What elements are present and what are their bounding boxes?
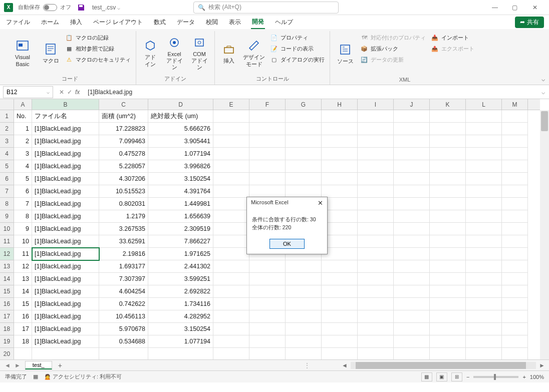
cell[interactable]: 9 (14, 223, 32, 235)
row-header[interactable]: 12 (0, 248, 14, 260)
cell[interactable] (430, 123, 466, 135)
cell[interactable]: 14 (14, 285, 32, 298)
cell[interactable] (322, 160, 358, 173)
cell[interactable] (213, 123, 249, 135)
cell[interactable]: [1]BlackLead.jpg (32, 223, 99, 235)
tab-review[interactable]: 校閲 (205, 16, 219, 29)
cell[interactable] (358, 273, 394, 285)
share-button[interactable]: ➦ 共有 (515, 17, 544, 28)
addins-button[interactable]: アド イン (140, 32, 160, 74)
cell[interactable]: 絶対最大長 (um) (148, 110, 213, 123)
cell[interactable] (502, 273, 528, 285)
cell[interactable] (430, 323, 466, 335)
cell[interactable] (466, 348, 502, 359)
column-header[interactable]: J (394, 99, 430, 110)
cell[interactable] (249, 348, 286, 359)
cell[interactable] (286, 335, 322, 348)
tab-developer[interactable]: 開発 (251, 16, 265, 29)
cell[interactable] (430, 223, 466, 235)
cell[interactable]: 3.150254 (148, 173, 213, 185)
cell[interactable] (358, 185, 394, 198)
cell[interactable]: 4.391764 (148, 185, 213, 198)
row-header[interactable]: 8 (0, 198, 14, 210)
cell[interactable] (502, 235, 528, 248)
cell[interactable] (213, 173, 249, 185)
cell[interactable] (322, 298, 358, 310)
cell[interactable] (322, 260, 358, 273)
cell[interactable] (358, 235, 394, 248)
row-header[interactable]: 20 (0, 348, 14, 359)
cell[interactable] (322, 123, 358, 135)
cell[interactable] (213, 260, 249, 273)
cell[interactable] (358, 123, 394, 135)
cell[interactable] (394, 198, 430, 210)
cell[interactable]: 6 (14, 185, 32, 198)
cell[interactable] (394, 323, 430, 335)
sheet-tab[interactable]: test_ (25, 361, 52, 369)
run-dialog-button[interactable]: ▢ダイアログの実行 (269, 55, 326, 64)
cell[interactable] (249, 335, 286, 348)
vertical-scrollbar[interactable] (540, 110, 549, 359)
cell[interactable] (394, 273, 430, 285)
cell[interactable] (286, 148, 322, 160)
cell[interactable]: [1]BlackLead.jpg (32, 185, 99, 198)
cell[interactable] (466, 260, 502, 273)
cell[interactable]: 1.734116 (148, 298, 213, 310)
cell[interactable] (502, 173, 528, 185)
cell[interactable]: 3.599251 (148, 273, 213, 285)
cell[interactable] (430, 210, 466, 223)
cell[interactable] (466, 298, 502, 310)
column-header[interactable]: E (213, 99, 249, 110)
cell[interactable] (394, 123, 430, 135)
cell[interactable]: 5 (14, 173, 32, 185)
record-macro-button[interactable]: 📋マクロの記録 (64, 33, 132, 42)
filename[interactable]: test_.csv⌵ (92, 4, 120, 11)
minimize-button[interactable]: — (485, 1, 505, 15)
cell[interactable]: 3 (14, 148, 32, 160)
cell[interactable]: [1]BlackLead.jpg (32, 135, 99, 148)
row-header[interactable]: 5 (0, 160, 14, 173)
cell[interactable] (466, 123, 502, 135)
cell[interactable] (213, 198, 249, 210)
cell[interactable]: 17.228823 (99, 123, 148, 135)
cell[interactable] (213, 160, 249, 173)
relative-ref-button[interactable]: ▦相対参照で記録 (64, 44, 132, 53)
cell[interactable]: [1]BlackLead.jpg (32, 198, 99, 210)
cell[interactable] (394, 185, 430, 198)
cell[interactable] (286, 173, 322, 185)
scroll-thumb[interactable] (356, 362, 526, 369)
cell[interactable] (502, 323, 528, 335)
cell[interactable] (358, 285, 394, 298)
cell[interactable]: 10 (14, 235, 32, 248)
cell[interactable]: 5.228057 (99, 160, 148, 173)
cell[interactable] (430, 348, 466, 359)
column-header[interactable]: L (466, 99, 502, 110)
column-header[interactable]: A (14, 99, 32, 110)
row-header[interactable]: 9 (0, 210, 14, 223)
cell[interactable]: 5.666276 (148, 123, 213, 135)
cell[interactable]: 1.2179 (99, 210, 148, 223)
horizontal-scrollbar[interactable]: ◄ ► (313, 362, 546, 369)
cell[interactable] (394, 173, 430, 185)
row-header[interactable]: 10 (0, 223, 14, 235)
cell[interactable] (286, 273, 322, 285)
cell[interactable]: 3.150254 (148, 323, 213, 335)
cell[interactable] (249, 285, 286, 298)
cell[interactable] (249, 260, 286, 273)
cell[interactable] (502, 348, 528, 359)
cell[interactable]: 3.996826 (148, 160, 213, 173)
tab-help[interactable]: ヘルプ (274, 16, 294, 29)
row-header[interactable]: 19 (0, 335, 14, 348)
cell[interactable] (502, 135, 528, 148)
cell[interactable] (249, 310, 286, 323)
accessibility-status[interactable]: 🙍 アクセシビリティ: 利用不可 (44, 373, 122, 380)
cell[interactable] (430, 173, 466, 185)
cell[interactable] (394, 260, 430, 273)
cell[interactable]: [1]BlackLead.jpg (32, 310, 99, 323)
cell[interactable] (213, 223, 249, 235)
column-header[interactable]: F (249, 99, 286, 110)
save-icon[interactable] (77, 4, 85, 12)
cell[interactable]: 3.267535 (99, 223, 148, 235)
cell[interactable] (213, 310, 249, 323)
cell[interactable] (249, 273, 286, 285)
